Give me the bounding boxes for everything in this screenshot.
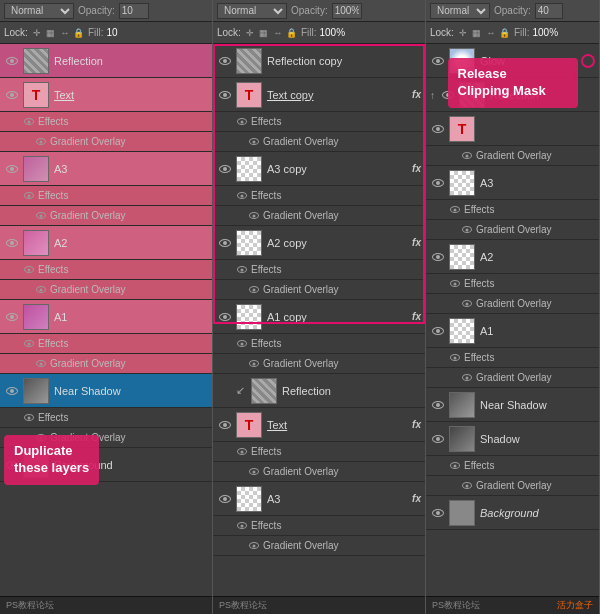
right-lock-paint-icon[interactable]: ▦ <box>471 27 483 39</box>
right-lock-icons: ✛ ▦ ↔ 🔒 <box>457 27 511 39</box>
left-ns-effects: Effects <box>0 408 212 428</box>
middle-layer-a2-copy[interactable]: A2 copy fx <box>213 226 425 260</box>
lock-all-icon[interactable]: 🔒 <box>73 27 85 39</box>
middle-layer-text2[interactable]: T Text fx <box>213 408 425 442</box>
right-name-a1: A1 <box>480 325 595 337</box>
middle-name-a3-2: A3 <box>267 493 412 505</box>
right-top-bar: Normal Opacity: <box>426 0 599 22</box>
middle-eye-a2-copy[interactable] <box>217 235 233 251</box>
left-name-a1: A1 <box>54 311 208 323</box>
right-eye-a1[interactable] <box>430 323 446 339</box>
left-thumb-text: T <box>23 82 49 108</box>
right-layers-list: Glow Reflection ↑ T Gradient Overlay <box>426 44 599 596</box>
right-clip-arrow: ↑ <box>430 89 435 100</box>
left-layer-a1[interactable]: A1 <box>0 300 212 334</box>
left-eye-near-shadow[interactable] <box>4 383 20 399</box>
right-eye-a3[interactable] <box>430 175 446 191</box>
left-lock-icons: ✛ ▦ ↔ 🔒 <box>31 27 85 39</box>
middle-lock-move-icon[interactable]: ↔ <box>272 27 284 39</box>
right-glow-indicator <box>581 54 595 68</box>
middle-lock-label: Lock: <box>217 27 241 38</box>
right-eye-glow[interactable] <box>430 53 446 69</box>
left-eye-a3[interactable] <box>4 161 20 177</box>
right-watermark-right: 活力盒子 <box>557 599 593 612</box>
middle-lock-pos-icon[interactable]: ✛ <box>244 27 256 39</box>
left-eye-a1[interactable] <box>4 309 20 325</box>
right-a1-effects: Effects <box>426 348 599 368</box>
middle-eye-a3-copy[interactable] <box>217 161 233 177</box>
right-a2-effects-label: Effects <box>464 278 494 289</box>
left-eye-background[interactable] <box>4 457 20 473</box>
left-a2-effects: Effects <box>0 260 212 280</box>
right-eye-a2[interactable] <box>430 249 446 265</box>
left-eye-reflection[interactable] <box>4 53 20 69</box>
left-layer-text[interactable]: T Text <box>0 78 212 112</box>
lock-position-icon[interactable]: ✛ <box>31 27 43 39</box>
middle-thumb-a3-2 <box>236 486 262 512</box>
right-lock-pos-icon[interactable]: ✛ <box>457 27 469 39</box>
left-eye-a2[interactable] <box>4 235 20 251</box>
main-container: Normal Opacity: Lock: ✛ ▦ ↔ 🔒 Fill: 10 R… <box>0 0 600 614</box>
left-a3-effects-label: Effects <box>38 190 68 201</box>
right-name-a2: A2 <box>480 251 595 263</box>
middle-eye-reflection-copy[interactable] <box>217 53 233 69</box>
middle-opacity-input[interactable] <box>332 3 362 19</box>
middle-a2-copy-gradient: Gradient Overlay <box>213 280 425 300</box>
right-eye-shadow[interactable] <box>430 431 446 447</box>
right-blend-mode[interactable]: Normal <box>430 3 490 19</box>
middle-blend-mode[interactable]: Normal <box>217 3 287 19</box>
left-ns-gradient-label: Gradient Overlay <box>50 432 126 443</box>
middle-eye-a3-2[interactable] <box>217 491 233 507</box>
left-blend-mode[interactable]: Normal <box>4 3 74 19</box>
left-layer-a2[interactable]: A2 <box>0 226 212 260</box>
middle-eye-reflection2[interactable] <box>217 383 233 399</box>
middle-eye-text-copy[interactable] <box>217 87 233 103</box>
right-layer-a2[interactable]: A2 <box>426 240 599 274</box>
middle-text2-effects-label: Effects <box>251 446 281 457</box>
left-layer-near-shadow[interactable]: Near Shadow <box>0 374 212 408</box>
right-layer-a3[interactable]: A3 <box>426 166 599 200</box>
right-lock-all-icon[interactable]: 🔒 <box>499 27 511 39</box>
left-lock-label: Lock: <box>4 27 28 38</box>
middle-watermark: PS教程论坛 <box>213 596 425 614</box>
lock-move-icon[interactable]: ↔ <box>59 27 71 39</box>
left-opacity-input[interactable] <box>119 3 149 19</box>
right-layer-a1[interactable]: A1 <box>426 314 599 348</box>
right-layer-t[interactable]: T <box>426 112 599 146</box>
middle-layer-a3-copy[interactable]: A3 copy fx <box>213 152 425 186</box>
left-a1-effects-label: Effects <box>38 338 68 349</box>
right-lock-move-icon[interactable]: ↔ <box>485 27 497 39</box>
middle-lock-icons: ✛ ▦ ↔ 🔒 <box>244 27 298 39</box>
left-layer-reflection[interactable]: Reflection <box>0 44 212 78</box>
middle-layer-text-copy[interactable]: T Text copy fx <box>213 78 425 112</box>
left-eye-text[interactable] <box>4 87 20 103</box>
middle-a2-copy-effects-label: Effects <box>251 264 281 275</box>
left-lock-bar: Lock: ✛ ▦ ↔ 🔒 Fill: 10 <box>0 22 212 44</box>
middle-eye-text2[interactable] <box>217 417 233 433</box>
left-opacity-label: Opacity: <box>78 5 115 16</box>
middle-fx-a3-copy: fx <box>412 163 421 174</box>
middle-layer-reflection2[interactable]: ↙ Reflection <box>213 374 425 408</box>
right-layer-background[interactable]: Background <box>426 496 599 530</box>
left-layer-background[interactable]: Background <box>0 448 212 482</box>
middle-layer-a3-2[interactable]: A3 fx <box>213 482 425 516</box>
middle-layer-a1-copy[interactable]: A1 copy fx <box>213 300 425 334</box>
right-t-gradient: Gradient Overlay <box>426 146 599 166</box>
middle-eye-a1-copy[interactable] <box>217 309 233 325</box>
right-layer-near-shadow[interactable]: Near Shadow <box>426 388 599 422</box>
middle-lock-all-icon[interactable]: 🔒 <box>286 27 298 39</box>
right-eye-reflection[interactable] <box>440 87 456 103</box>
left-thumb-a2 <box>23 230 49 256</box>
left-layer-a3[interactable]: A3 <box>0 152 212 186</box>
right-eye-t[interactable] <box>430 121 446 137</box>
right-a2-gradient-label: Gradient Overlay <box>476 298 552 309</box>
right-eye-near-shadow[interactable] <box>430 397 446 413</box>
middle-text2-effects: Effects <box>213 442 425 462</box>
right-layer-shadow[interactable]: Shadow <box>426 422 599 456</box>
lock-paint-icon[interactable]: ▦ <box>45 27 57 39</box>
right-opacity-input[interactable] <box>535 3 563 19</box>
middle-lock-paint-icon[interactable]: ▦ <box>258 27 270 39</box>
right-eye-background[interactable] <box>430 505 446 521</box>
middle-top-bar: Normal Opacity: <box>213 0 425 22</box>
middle-layer-reflection-copy[interactable]: Reflection copy <box>213 44 425 78</box>
